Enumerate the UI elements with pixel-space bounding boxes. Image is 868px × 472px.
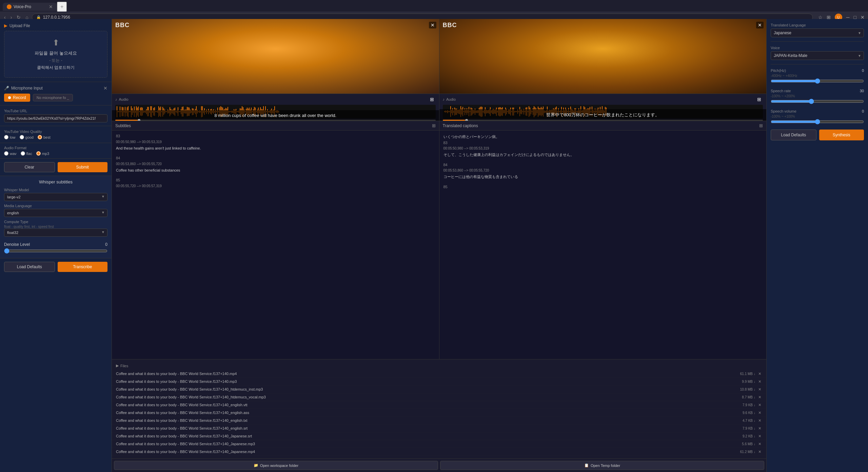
audio-header-2: ♪ Audio ⊞ [443, 96, 763, 103]
file-size: 10.8 MB ↓ [740, 388, 755, 391]
video-close-button-2[interactable]: ✕ [756, 22, 764, 28]
mic-close-button[interactable]: ✕ [103, 85, 107, 91]
file-delete-button[interactable]: × [757, 433, 762, 439]
translated-pre-text: いくつかの癌とパーキンソン病。 [443, 134, 763, 140]
file-delete-button[interactable]: × [757, 379, 762, 384]
subtitle-entry: 84 00:05:53,860 --> 00:05:55,720 Coffee … [116, 155, 435, 173]
file-row: Coffee and what it does to your body - B… [112, 393, 766, 401]
new-tab-button[interactable]: + [57, 2, 67, 12]
tab-title: Voice-Pro [14, 4, 31, 9]
subtitles-header: Subtitles ⊞ [112, 121, 439, 131]
format-wav-radio[interactable] [4, 151, 8, 156]
active-tab[interactable]: Voice-Pro ✕ [3, 3, 57, 11]
rs-load-defaults-button[interactable]: Load Defaults [771, 130, 816, 140]
audio-close-1[interactable]: ⊞ [428, 96, 436, 103]
quality-best-radio[interactable] [38, 135, 42, 139]
format-mp3-option[interactable]: mp3 [36, 151, 49, 156]
upload-dropzone[interactable]: ⬆ 파일을 끌어 놓으세요 - 또는 - 클릭해서 업로드하기 [4, 31, 107, 78]
translated-text: コーヒーには他の有益な物質も含まれている [443, 174, 763, 180]
file-delete-button[interactable]: × [757, 402, 762, 408]
audio-close-2[interactable]: ⊞ [755, 96, 763, 103]
file-size: 4.7 KB ↓ [743, 419, 755, 422]
translated-captions-title: Translated captions [443, 123, 478, 128]
format-flac-radio[interactable] [21, 151, 25, 156]
translated-copy-button[interactable]: ⊞ [759, 123, 763, 128]
video-close-button-1[interactable]: ✕ [429, 22, 436, 28]
synthesis-button[interactable]: Synthesis [819, 130, 864, 140]
upload-section-title: Upload File [9, 23, 30, 28]
quality-low-radio[interactable] [4, 135, 8, 139]
file-delete-button[interactable]: × [757, 371, 762, 376]
quality-best-option[interactable]: best [38, 135, 51, 139]
translated-entry: 84 00:05:53,860 --> 00:05:55,720 コーヒーには他… [443, 162, 763, 180]
audio-progress-2[interactable] [443, 120, 763, 121]
speech-volume-slider[interactable] [771, 119, 864, 124]
whisper-model-select[interactable]: large-v2 [4, 193, 107, 201]
audio-format-section: Audio Format wav flac mp3 [0, 143, 112, 159]
pitch-label-row: Pitch(Hz) 0 [771, 68, 864, 73]
youtube-url-input[interactable] [4, 114, 107, 122]
open-temp-button[interactable]: 📋 Open Temp folder [440, 461, 764, 470]
audio-title-1: ♪ Audio [115, 97, 129, 101]
quality-radio-group: low good best [4, 135, 107, 139]
file-size: 5.6 MB ↓ [742, 442, 755, 446]
file-size: 7.9 KB ↓ [743, 427, 755, 430]
file-delete-button[interactable]: × [757, 426, 762, 431]
mic-icon: 🎤 [4, 86, 9, 91]
translated-language-label: Translated Language [771, 23, 864, 27]
quality-low-option[interactable]: low [4, 135, 16, 139]
voice-wrapper: JAPAN-Keita-Male ▼ [771, 51, 864, 60]
subtitle-text: And these health gains aren't just linke… [116, 145, 435, 152]
file-delete-button[interactable]: × [757, 449, 762, 454]
file-delete-button[interactable]: × [757, 387, 762, 392]
file-delete-button[interactable]: × [757, 441, 762, 447]
subtitle-index: 83 [116, 133, 435, 139]
speech-rate-slider[interactable] [771, 99, 864, 104]
file-size: 9.6 KB ↓ [743, 411, 755, 415]
upload-icon: ⬆ [11, 38, 100, 47]
quality-good-radio[interactable] [20, 135, 24, 139]
microphone-section: 🎤 Microphone Input ✕ Record No microphon… [0, 82, 112, 105]
youtube-quality-section: YouTube Video Quality low good best [0, 126, 112, 143]
audio-title-2: ♪ Audio [443, 97, 456, 101]
submit-button[interactable]: Submit [58, 162, 108, 172]
load-defaults-button[interactable]: Load Defaults [4, 262, 55, 272]
video-subtitle-1: 8 million cups of coffee will have been … [112, 110, 439, 121]
browser-chrome: Voice-Pro ✕ + ‹ › ↻ ⌂ 🔒 127.0.0.1:7956 ☆… [0, 0, 868, 19]
audio-progress-1[interactable] [115, 120, 436, 121]
clear-button[interactable]: Clear [4, 162, 55, 172]
rs-bottom-buttons: Load Defaults Synthesis [771, 130, 864, 140]
tab-close-button[interactable]: ✕ [49, 4, 53, 9]
file-row: Coffee and what it does to your body - B… [112, 401, 766, 409]
voice-select[interactable]: JAPAN-Keita-Male [771, 51, 864, 60]
subtitles-panel: Subtitles ⊞ 83 00:05:50,980 --> 00:05:53… [112, 121, 439, 359]
file-name: Coffee and what it does to your body - B… [116, 379, 742, 383]
translated-language-select[interactable]: Japanese [771, 28, 864, 37]
compute-type-hint: float - quality first, int - speed first [4, 225, 107, 229]
subtitles-copy-button[interactable]: ⊞ [432, 123, 436, 128]
translated-entry: 85 [443, 184, 763, 190]
speech-volume-value: 0 [862, 109, 864, 113]
denoise-slider[interactable] [4, 248, 107, 254]
mic-controls: Record No microphone fo _ [4, 94, 107, 102]
file-delete-button[interactable]: × [757, 394, 762, 400]
format-mp3-radio[interactable] [36, 151, 41, 156]
record-button[interactable]: Record [4, 94, 30, 102]
format-wav-option[interactable]: wav [4, 151, 17, 156]
media-language-select[interactable]: english [4, 209, 107, 217]
file-delete-button[interactable]: × [757, 418, 762, 423]
file-size: 9.2 KB ↓ [743, 434, 755, 438]
pitch-slider[interactable] [771, 78, 864, 84]
main-layout: ▶ Upload File ⬆ 파일을 끌어 놓으세요 - 또는 - 클릭해서 … [0, 19, 868, 472]
format-flac-option[interactable]: flac [21, 151, 32, 156]
open-workspace-button[interactable]: 📁 Open workspace folder [114, 461, 438, 470]
audio-format-label: Audio Format [4, 146, 107, 150]
voice-group: Voice JAPAN-Keita-Male ▼ [771, 46, 864, 60]
quality-good-option[interactable]: good [20, 135, 34, 139]
transcribe-button[interactable]: Transcribe [58, 262, 108, 272]
speech-rate-value: 30 [860, 89, 864, 93]
subtitle-panels: Subtitles ⊞ 83 00:05:50,980 --> 00:05:53… [112, 121, 766, 359]
file-delete-button[interactable]: × [757, 410, 762, 415]
compute-type-select[interactable]: float32 [4, 229, 107, 237]
whisper-model-wrapper: Whisper Model large-v2 ▼ [4, 188, 107, 201]
